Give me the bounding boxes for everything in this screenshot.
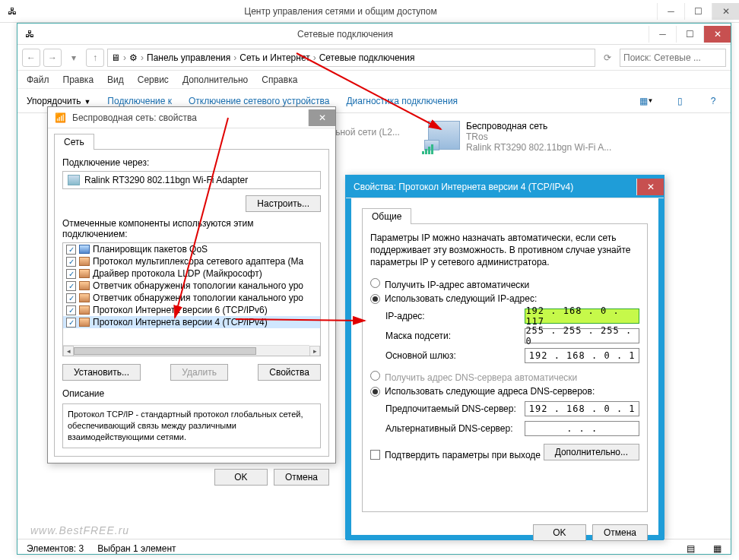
scroll-thumb[interactable] — [74, 347, 256, 355]
signal-icon — [422, 144, 433, 154]
tab-general[interactable]: Общие — [362, 208, 411, 224]
cancel-button[interactable]: Отмена — [592, 524, 648, 541]
control-panel-icon: ⚙ — [129, 52, 138, 63]
background-window-title: Центр управления сетями и общим доступом — [24, 6, 657, 17]
refresh-button[interactable]: ⟳ — [598, 49, 617, 67]
component-icon — [79, 281, 90, 290]
list-item[interactable]: Ответчик обнаружения топологии канальног… — [93, 293, 303, 303]
ok-button[interactable]: OK — [533, 524, 586, 541]
minimize-button[interactable]: ─ — [657, 3, 684, 20]
breadcrumb-root[interactable]: Панель управления — [147, 52, 230, 63]
component-icon — [79, 245, 90, 254]
mask-label: Маска подсети: — [385, 331, 525, 341]
menu-extra[interactable]: Дополнительно — [182, 74, 248, 85]
recent-dropdown[interactable]: ▾ — [65, 49, 83, 67]
up-button[interactable]: ↑ — [86, 49, 104, 67]
checkbox[interactable]: ✓ — [66, 281, 76, 291]
list-item[interactable]: Протокол Интернета версии 6 (TCP/IPv6) — [93, 305, 268, 315]
advanced-button[interactable]: Дополнительно... — [544, 444, 639, 460]
dialog-title: Свойства: Протокол Интернета версии 4 (T… — [346, 182, 636, 192]
radio-manual-ip-label: Использовать следующий IP-адрес: — [385, 293, 537, 304]
close-button[interactable]: ✕ — [712, 3, 739, 20]
description-text: Протокол TCP/IP - стандартный протокол г… — [62, 403, 321, 448]
adapter-name: Ralink RT3290 802.11bgn Wi-Fi Adapter — [84, 175, 248, 185]
breadcrumb-connections[interactable]: Сетевые подключения — [319, 52, 415, 63]
checkbox[interactable]: ✓ — [66, 257, 76, 267]
connect-via-label: Подключение через: — [62, 157, 321, 168]
forward-button[interactable]: → — [43, 49, 62, 67]
configure-button[interactable]: Настроить... — [246, 195, 321, 212]
menubar: Файл Правка Вид Сервис Дополнительно Спр… — [17, 71, 731, 89]
components-label: Отмеченные компоненты используются этим … — [62, 218, 321, 239]
cmd-organize[interactable]: Упорядочить▼ — [27, 96, 90, 106]
properties-button[interactable]: Свойства — [258, 364, 321, 381]
view-large-icon[interactable]: ▦ — [713, 543, 722, 554]
menu-help[interactable]: Справка — [262, 74, 297, 85]
view-details-icon[interactable]: ▤ — [687, 543, 695, 554]
list-item-ipv4[interactable]: Протокол Интернета версии 4 (TCP/IPv4) — [93, 317, 268, 327]
checkbox[interactable]: ✓ — [66, 269, 76, 279]
install-button[interactable]: Установить... — [62, 364, 141, 381]
status-count: Элементов: 3 — [27, 543, 84, 554]
mask-input[interactable]: 255 . 255 . 255 . 0 — [525, 328, 639, 343]
menu-service[interactable]: Сервис — [138, 74, 169, 85]
close-button[interactable]: ✕ — [636, 179, 664, 195]
maximize-button[interactable]: ☐ — [684, 3, 712, 20]
menu-view[interactable]: Вид — [107, 74, 124, 85]
validate-checkbox[interactable] — [370, 450, 380, 460]
dns2-input[interactable]: . . . — [525, 421, 639, 436]
minimize-button[interactable]: ─ — [649, 26, 676, 43]
adapter-icon — [68, 175, 80, 185]
list-item[interactable]: Планировщик пакетов QoS — [93, 244, 208, 255]
checkbox[interactable]: ✓ — [66, 305, 76, 315]
wifi-adapter: Ralink RT3290 802.11bgn Wi-Fi A... — [466, 142, 611, 153]
checkbox[interactable]: ✓ — [66, 293, 76, 303]
ip-label: IP-адрес: — [385, 311, 525, 321]
close-button[interactable]: ✕ — [703, 26, 731, 43]
gateway-label: Основной шлюз: — [385, 350, 525, 361]
list-item[interactable]: Ответчик обнаружения топологии канальног… — [93, 280, 303, 291]
checkbox[interactable]: ✓ — [66, 245, 76, 255]
cmd-disable[interactable]: Отключение сетевого устройства — [189, 96, 329, 106]
cmd-diagnose[interactable]: Диагностика подключения — [346, 96, 458, 106]
scroll-right-button[interactable]: ▸ — [309, 346, 320, 356]
cancel-button[interactable]: Отмена — [274, 469, 329, 486]
nav-toolbar: ← → ▾ ↑ 🖥› ⚙› Панель управления› Сеть и … — [17, 45, 731, 71]
wifi-ssid: TRos — [466, 131, 611, 142]
window-titlebar: 🖧 Сетевые подключения ─ ☐ ✕ — [17, 24, 731, 45]
scrollbar-horizontal[interactable]: ◂ ▸ — [63, 345, 309, 356]
radio-auto-dns-label: Получить адрес DNS-сервера автоматически — [385, 372, 577, 383]
ip-input[interactable]: 192 . 168 . 0 . 117 — [525, 308, 639, 324]
radio-auto-ip[interactable] — [370, 278, 380, 288]
status-selection: Выбран 1 элемент — [97, 543, 176, 554]
ok-button[interactable]: OK — [214, 469, 268, 486]
menu-edit[interactable]: Правка — [63, 74, 94, 85]
back-button[interactable]: ← — [22, 49, 40, 67]
breadcrumb[interactable]: 🖥› ⚙› Панель управления› Сеть и Интернет… — [107, 49, 595, 67]
checkbox[interactable]: ✓ — [66, 318, 76, 327]
components-list[interactable]: ✓Планировщик пакетов QoS ✓Протокол мульт… — [62, 242, 321, 356]
view-icons-button[interactable]: ▦▼ — [638, 93, 655, 109]
radio-manual-dns[interactable] — [370, 387, 380, 397]
list-item[interactable]: Протокол мультиплексора сетевого адаптер… — [93, 256, 303, 267]
cmd-connect[interactable]: Подключение к — [107, 96, 172, 106]
menu-file[interactable]: Файл — [27, 74, 49, 85]
close-button[interactable]: ✕ — [308, 109, 335, 126]
dns1-input[interactable]: 192 . 168 . 0 . 1 — [525, 401, 639, 416]
maximize-button[interactable]: ☐ — [676, 26, 703, 43]
search-input[interactable] — [620, 49, 726, 67]
help-button[interactable]: ? — [705, 93, 722, 109]
network-item-wifi[interactable]: Беспроводная сеть TRos Ralink RT3290 802… — [428, 121, 611, 153]
scroll-left-button[interactable]: ◂ — [63, 346, 74, 356]
dialog-titlebar: 📶 Беспроводная сеть: свойства ✕ — [48, 107, 335, 128]
list-item[interactable]: Драйвер протокола LLDP (Майкрософт) — [93, 268, 262, 279]
preview-pane-button[interactable]: ▯ — [671, 93, 688, 109]
tab-body: Подключение через: Ralink RT3290 802.11b… — [54, 149, 329, 457]
tab-network[interactable]: Сеть — [54, 134, 94, 150]
gateway-input[interactable]: 192 . 168 . 0 . 1 — [525, 348, 639, 363]
breadcrumb-network[interactable]: Сеть и Интернет — [239, 52, 309, 63]
network-icon: 📶 — [52, 110, 68, 125]
radio-manual-ip[interactable] — [370, 294, 380, 304]
dialog-titlebar: Свойства: Протокол Интернета версии 4 (T… — [346, 176, 664, 198]
intro-text: Параметры IP можно назначать автоматичес… — [370, 232, 639, 269]
